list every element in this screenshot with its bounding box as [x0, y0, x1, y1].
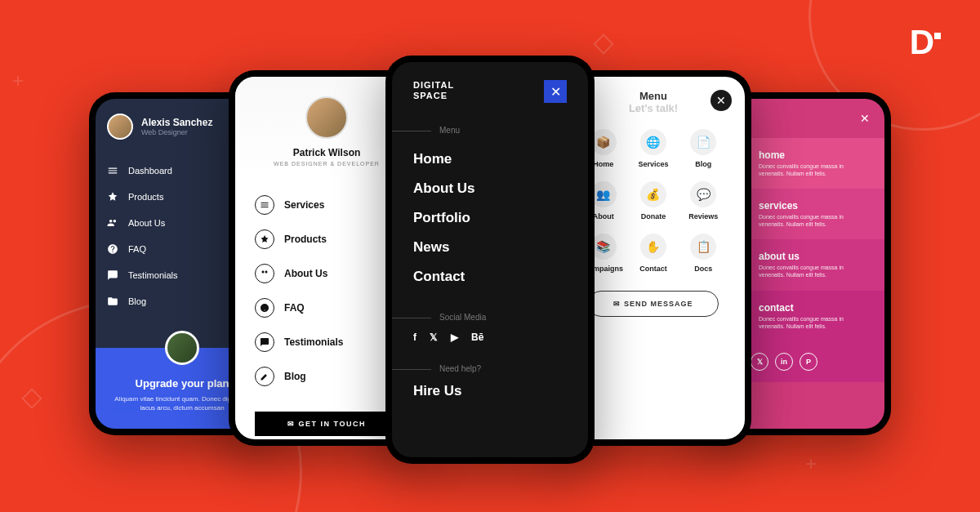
- grid-icon: 📋: [690, 234, 716, 260]
- help-section-label: Need help?: [413, 364, 567, 373]
- grid-icon: 💰: [640, 181, 666, 207]
- close-button[interactable]: ✕: [544, 80, 567, 103]
- grid-item-donate[interactable]: 💰Donate: [631, 181, 675, 220]
- facebook-icon[interactable]: f: [413, 332, 416, 343]
- grid-icon: ✋: [640, 234, 666, 260]
- get-in-touch-button[interactable]: ✉ GET IN TOUCH: [255, 412, 399, 436]
- nav-products[interactable]: Products: [255, 222, 399, 256]
- nav-contact[interactable]: Contact: [413, 262, 567, 292]
- upgrade-avatar: [165, 331, 199, 365]
- social-section-label: Social Media: [413, 313, 567, 322]
- x-icon[interactable]: 𝕏: [430, 332, 438, 343]
- bg-diamond-icon: [593, 33, 613, 54]
- list-icon: [255, 195, 274, 215]
- avatar: [305, 96, 348, 139]
- row-title: contact: [759, 302, 870, 314]
- nav-news[interactable]: News: [413, 233, 567, 262]
- grid-icon: 💬: [690, 181, 716, 207]
- pinterest-icon[interactable]: P: [800, 353, 817, 371]
- user-name: Alexis Sanchez: [141, 117, 212, 128]
- grid-icon: 📄: [690, 129, 716, 155]
- phone-mockup-3: DIGITALSPACE ✕ Menu Home About Us Portfo…: [385, 56, 595, 464]
- brand-name: DIGITALSPACE: [413, 80, 454, 101]
- nav-about[interactable]: About Us: [255, 256, 399, 291]
- menu-label: Menu: [575, 90, 732, 102]
- grid-label: Reviews: [682, 212, 725, 220]
- row-desc: Donec convallis congue massa in venenati…: [759, 213, 870, 228]
- grid-item-reviews[interactable]: 💬Reviews: [682, 181, 725, 220]
- nav-home[interactable]: Home: [413, 145, 567, 174]
- row-title: about us: [759, 251, 870, 262]
- menu-section-label: Menu: [413, 126, 567, 135]
- nav-services[interactable]: Services: [255, 188, 399, 222]
- row-desc: Donec convallis congue massa in venenati…: [759, 163, 870, 177]
- star-icon: [255, 229, 274, 249]
- lets-talk-label: Let's talk!: [575, 102, 732, 114]
- row-desc: Donec convallis congue massa in venenati…: [759, 315, 870, 330]
- close-button[interactable]: ✕: [710, 90, 732, 111]
- nav-portfolio[interactable]: Portfolio: [413, 203, 567, 233]
- linkedin-icon[interactable]: in: [775, 353, 793, 371]
- grid-item-services[interactable]: 🌐Services: [631, 129, 675, 168]
- nav-blog[interactable]: Blog: [255, 359, 399, 394]
- nav-about[interactable]: About Us: [413, 174, 567, 203]
- youtube-icon[interactable]: ▶: [451, 332, 458, 343]
- nav-faq[interactable]: FAQ: [255, 291, 399, 325]
- hire-us-link[interactable]: Hire Us: [413, 383, 567, 399]
- grid-label: Donate: [631, 212, 675, 220]
- users-icon: [255, 264, 274, 283]
- grid-item-contact[interactable]: ✋Contact: [631, 234, 675, 273]
- nav-testimonials[interactable]: Testimonials: [255, 325, 399, 359]
- close-button[interactable]: ✕: [860, 112, 870, 125]
- grid-label: Blog: [682, 160, 725, 168]
- x-icon[interactable]: 𝕏: [751, 353, 768, 371]
- row-desc: Donec convallis congue massa in venenati…: [759, 264, 870, 278]
- row-title: services: [759, 200, 870, 211]
- grid-label: Services: [631, 160, 675, 168]
- grid-label: Docs: [682, 265, 725, 273]
- user-role: Web Designer: [141, 128, 212, 136]
- behance-icon[interactable]: Bē: [471, 332, 483, 343]
- row-title: home: [759, 149, 870, 161]
- send-message-button[interactable]: ✉ SEND MESSAGE: [588, 291, 719, 317]
- grid-item-docs[interactable]: 📋Docs: [682, 234, 725, 273]
- edit-icon: [255, 367, 274, 386]
- grid-icon: 🌐: [640, 129, 666, 155]
- chat-icon: [255, 332, 274, 352]
- grid-item-blog[interactable]: 📄Blog: [682, 129, 725, 168]
- question-icon: [255, 298, 274, 318]
- avatar: [107, 114, 133, 140]
- grid-label: Contact: [631, 265, 675, 273]
